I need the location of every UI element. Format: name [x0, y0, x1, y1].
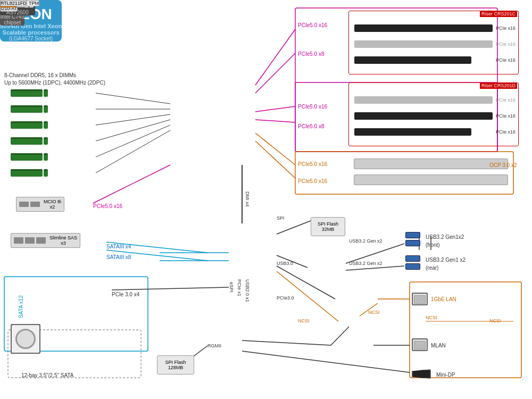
- spi-label: SPI: [277, 215, 285, 221]
- lan-port: [412, 293, 428, 305]
- usb32-gen-x2-label1: USB3.2 Gen x2: [349, 238, 383, 244]
- ocp-slot1: [354, 159, 508, 169]
- usb32-gen-x2-label2: USB3.2 Gen x2: [349, 261, 383, 266]
- svg-line-26: [112, 287, 229, 290]
- spi-flash-128-label: SPI Flash: [165, 360, 186, 365]
- svg-line-9: [255, 106, 295, 112]
- m2-connection: PCIe 3.0 x4: [112, 292, 139, 297]
- usb-rear-port-1: [405, 255, 420, 262]
- svg-line-15: [277, 221, 311, 234]
- usb-front-ports: [405, 232, 420, 246]
- svg-line-23: [242, 340, 331, 345]
- svg-line-11: [255, 133, 295, 165]
- rtl-label: RTL8211FD: [1, 1, 27, 6]
- spi-flash-32: SPI Flash 32MB: [311, 217, 345, 236]
- dmi-label: DMI x4: [245, 192, 250, 207]
- rgmii-label: RGMII: [207, 343, 221, 348]
- cpu-subtitle: Scalable processors: [3, 29, 60, 36]
- riser2-pcie2-label: PCIe5.0 x8: [298, 123, 324, 129]
- ddr-row-3: [11, 121, 48, 129]
- svg-line-33: [96, 125, 170, 157]
- mcio-block: MCIO 8i x2: [16, 197, 64, 212]
- diagram: SATA x12: [0, 0, 532, 399]
- spi-flash-32-label: SPI Flash: [318, 221, 338, 227]
- ddr-row-4: [11, 137, 48, 145]
- svg-line-32: [96, 120, 170, 141]
- ddr-row-5: [11, 153, 48, 161]
- riser1-slot3-label: PCIe x16: [496, 57, 516, 63]
- mini-dp-port: [412, 369, 431, 379]
- riser1-slot1-label: PCIe x16: [496, 26, 516, 31]
- usb20-label: USB2.0 x1: [245, 279, 250, 302]
- svg-rect-2: [295, 152, 513, 194]
- riser2-slot1: [354, 96, 493, 104]
- spi-flash-128: SPI Flash 128MB: [157, 355, 194, 375]
- usb30-label: USB3.0: [277, 261, 293, 266]
- ddr-row-1: [11, 89, 48, 97]
- riser-crs201c: Riser CRS201C PCIe x16 PCIe x16 PCIe x16: [348, 11, 519, 74]
- svg-line-21: [331, 327, 349, 345]
- svg-line-24: [242, 351, 410, 372]
- riser1-slot2: [354, 40, 493, 48]
- svg-line-29: [96, 93, 170, 104]
- memory-description: 8-Channel DDR5, 16 x DIMMs Up to 5600MHz…: [4, 72, 105, 87]
- svg-line-40: [360, 303, 378, 316]
- pcie-x1-label: PCIe x1: [237, 279, 242, 296]
- svg-line-12: [255, 141, 295, 178]
- riser1-slot2-label: PCIe x16: [496, 41, 516, 47]
- pcie30-label: PCIe3.0: [277, 295, 294, 301]
- mcio-count: x2: [44, 204, 61, 210]
- svg-text:NCSI: NCSI: [368, 310, 380, 315]
- usb-rear-sublabel: (rear): [426, 265, 438, 271]
- mcio-label: MCIO 8i: [44, 199, 61, 204]
- svg-line-7: [255, 29, 295, 85]
- pch-detail: chipset: [4, 20, 21, 26]
- usb-rear-ports: [405, 255, 420, 270]
- riser2-slot2: [354, 112, 493, 120]
- riser2-pcie1-label: PCIe5.0 x16: [298, 104, 327, 110]
- sata-bays: ...: [11, 334, 18, 344]
- sata-bay-4: [11, 324, 40, 354]
- riser1-label: Riser CRS201C: [480, 11, 517, 17]
- lan-label: 1GbE LAN: [431, 296, 456, 302]
- usb-front-port-1: [405, 232, 420, 238]
- slimline-sas-block: Slimline SAS x3: [11, 233, 80, 248]
- ocp-pcie1-label: PCIe5.0 x16: [298, 161, 327, 167]
- rtl-block: RTL8211FD: [0, 0, 27, 6]
- riser2-slot3-label: PCIe x16: [496, 129, 516, 135]
- sas-label: Slimline SAS: [49, 235, 77, 240]
- usb-rear-port-2: [405, 263, 420, 270]
- svg-line-31: [96, 114, 170, 125]
- ocp-label: OCP 3.0 x2: [489, 162, 517, 168]
- ncsi-right-label: NCSI: [489, 318, 501, 323]
- sata-label: 12-bay 3.5"/2.5" SATA: [21, 372, 73, 378]
- svg-text:NCSI: NCSI: [426, 315, 437, 320]
- ocp-pcie2-label: PCIe5.0 x16: [298, 178, 327, 184]
- ocp-slot2: [354, 174, 508, 185]
- usb-front-label: USB3.2 Gen1x2: [426, 234, 464, 240]
- ddr-row-2: [11, 105, 48, 113]
- riser2-slot1-label: PCIe x16: [496, 97, 516, 103]
- riser1-slot1: [354, 24, 493, 32]
- usb-front-sublabel: (front): [426, 242, 440, 248]
- svg-line-19: [346, 266, 404, 270]
- ncsi-left-label: NCSI: [298, 318, 310, 323]
- sata4-label: SATAIII x4: [106, 244, 131, 250]
- tpm-label: TPM: [29, 1, 39, 6]
- svg-line-34: [96, 130, 170, 173]
- riser2-slot3: [354, 128, 471, 136]
- svg-text:SATA x12: SATA x12: [18, 295, 24, 318]
- mini-dp-label: Mini-DP: [436, 372, 455, 378]
- svg-line-8: [255, 53, 295, 93]
- mlan-port: [412, 338, 428, 351]
- spi-flash-32-size: 32MB: [322, 227, 335, 232]
- svg-line-35: [93, 165, 170, 203]
- svg-line-10: [255, 120, 295, 122]
- riser2-label: Riser CRS201D: [480, 82, 517, 89]
- riser1-pcie2-label: PCIe5.0 x8: [298, 51, 324, 57]
- sata8-label: SATAIII x8: [106, 254, 131, 260]
- riser-crs201d: Riser CRS201D PCIe x16 PCIe x16 PCIe x16: [348, 82, 519, 146]
- mlan-label: MLAN: [431, 343, 446, 348]
- ddr-row-6: [11, 169, 48, 177]
- usb-rear-label: USB3.2 Gen1 x2: [426, 257, 466, 263]
